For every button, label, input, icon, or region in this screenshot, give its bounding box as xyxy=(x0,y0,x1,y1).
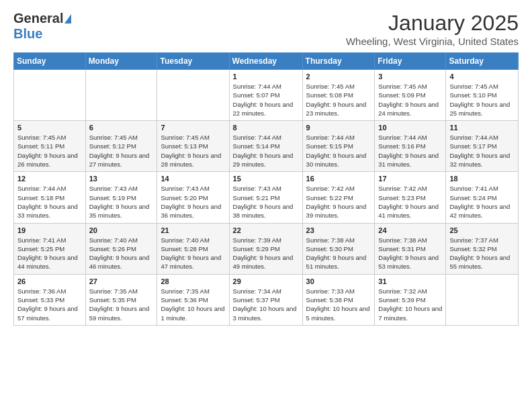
week-row-3: 19Sunrise: 7:41 AM Sunset: 5:25 PM Dayli… xyxy=(14,223,519,274)
day-info: Sunrise: 7:40 AM Sunset: 5:26 PM Dayligh… xyxy=(89,236,154,271)
day-number: 1 xyxy=(233,73,299,81)
day-info: Sunrise: 7:32 AM Sunset: 5:39 PM Dayligh… xyxy=(378,287,442,322)
page: General Blue January 2025 Wheeling, West… xyxy=(0,0,532,411)
day-info: Sunrise: 7:45 AM Sunset: 5:13 PM Dayligh… xyxy=(161,133,225,169)
day-number: 31 xyxy=(378,277,442,285)
week-row-4: 26Sunrise: 7:36 AM Sunset: 5:33 PM Dayli… xyxy=(14,274,519,325)
day-info: Sunrise: 7:40 AM Sunset: 5:28 PM Dayligh… xyxy=(161,236,225,271)
day-number: 15 xyxy=(233,175,299,183)
day-number: 23 xyxy=(306,226,371,234)
day-info: Sunrise: 7:44 AM Sunset: 5:16 PM Dayligh… xyxy=(378,133,442,169)
calendar: SundayMondayTuesdayWednesdayThursdayFrid… xyxy=(13,52,519,326)
calendar-cell: 18Sunrise: 7:41 AM Sunset: 5:24 PM Dayli… xyxy=(446,172,519,223)
calendar-cell: 2Sunrise: 7:45 AM Sunset: 5:08 PM Daylig… xyxy=(302,70,375,121)
day-info: Sunrise: 7:42 AM Sunset: 5:23 PM Dayligh… xyxy=(378,184,442,220)
calendar-cell xyxy=(157,70,229,121)
weekday-header-friday: Friday xyxy=(375,53,446,70)
calendar-cell: 31Sunrise: 7:32 AM Sunset: 5:39 PM Dayli… xyxy=(375,274,446,325)
day-number: 16 xyxy=(306,175,371,183)
calendar-cell: 1Sunrise: 7:44 AM Sunset: 5:07 PM Daylig… xyxy=(229,70,302,121)
weekday-header-row: SundayMondayTuesdayWednesdayThursdayFrid… xyxy=(14,53,519,70)
main-title: January 2025 xyxy=(346,11,519,36)
calendar-cell: 30Sunrise: 7:33 AM Sunset: 5:38 PM Dayli… xyxy=(302,274,375,325)
day-info: Sunrise: 7:41 AM Sunset: 5:25 PM Dayligh… xyxy=(17,236,82,271)
calendar-cell: 22Sunrise: 7:39 AM Sunset: 5:29 PM Dayli… xyxy=(229,223,302,274)
day-info: Sunrise: 7:44 AM Sunset: 5:07 PM Dayligh… xyxy=(233,82,299,118)
calendar-cell: 3Sunrise: 7:45 AM Sunset: 5:09 PM Daylig… xyxy=(375,70,446,121)
calendar-cell: 4Sunrise: 7:45 AM Sunset: 5:10 PM Daylig… xyxy=(446,70,519,121)
day-info: Sunrise: 7:45 AM Sunset: 5:11 PM Dayligh… xyxy=(17,133,82,169)
weekday-header-saturday: Saturday xyxy=(446,53,519,70)
calendar-cell xyxy=(85,70,157,121)
calendar-cell: 5Sunrise: 7:45 AM Sunset: 5:11 PM Daylig… xyxy=(14,121,86,172)
weekday-header-sunday: Sunday xyxy=(14,53,86,70)
day-info: Sunrise: 7:45 AM Sunset: 5:12 PM Dayligh… xyxy=(89,133,154,169)
day-info: Sunrise: 7:37 AM Sunset: 5:32 PM Dayligh… xyxy=(449,236,515,271)
day-info: Sunrise: 7:36 AM Sunset: 5:33 PM Dayligh… xyxy=(17,287,82,322)
week-row-2: 12Sunrise: 7:44 AM Sunset: 5:18 PM Dayli… xyxy=(14,172,519,223)
day-info: Sunrise: 7:38 AM Sunset: 5:30 PM Dayligh… xyxy=(306,236,371,271)
calendar-cell: 13Sunrise: 7:43 AM Sunset: 5:19 PM Dayli… xyxy=(85,172,157,223)
day-info: Sunrise: 7:33 AM Sunset: 5:38 PM Dayligh… xyxy=(306,287,371,322)
calendar-cell: 16Sunrise: 7:42 AM Sunset: 5:22 PM Dayli… xyxy=(302,172,375,223)
day-info: Sunrise: 7:45 AM Sunset: 5:10 PM Dayligh… xyxy=(449,82,515,118)
calendar-cell: 10Sunrise: 7:44 AM Sunset: 5:16 PM Dayli… xyxy=(375,121,446,172)
week-row-1: 5Sunrise: 7:45 AM Sunset: 5:11 PM Daylig… xyxy=(14,121,519,172)
day-number: 4 xyxy=(449,73,515,81)
calendar-cell: 9Sunrise: 7:44 AM Sunset: 5:15 PM Daylig… xyxy=(302,121,375,172)
calendar-cell: 25Sunrise: 7:37 AM Sunset: 5:32 PM Dayli… xyxy=(446,223,519,274)
day-number: 18 xyxy=(449,175,515,183)
day-number: 22 xyxy=(233,226,299,234)
day-number: 21 xyxy=(161,226,225,234)
day-info: Sunrise: 7:44 AM Sunset: 5:15 PM Dayligh… xyxy=(306,133,371,169)
calendar-cell: 23Sunrise: 7:38 AM Sunset: 5:30 PM Dayli… xyxy=(302,223,375,274)
day-info: Sunrise: 7:42 AM Sunset: 5:22 PM Dayligh… xyxy=(306,184,371,220)
header: General Blue January 2025 Wheeling, West… xyxy=(13,11,519,47)
day-info: Sunrise: 7:43 AM Sunset: 5:19 PM Dayligh… xyxy=(89,184,154,220)
day-info: Sunrise: 7:44 AM Sunset: 5:14 PM Dayligh… xyxy=(233,133,299,169)
day-info: Sunrise: 7:45 AM Sunset: 5:08 PM Dayligh… xyxy=(306,82,371,118)
day-info: Sunrise: 7:45 AM Sunset: 5:09 PM Dayligh… xyxy=(378,82,442,118)
calendar-cell: 24Sunrise: 7:38 AM Sunset: 5:31 PM Dayli… xyxy=(375,223,446,274)
weekday-header-monday: Monday xyxy=(85,53,157,70)
day-number: 24 xyxy=(378,226,442,234)
day-number: 20 xyxy=(89,226,154,234)
calendar-cell: 6Sunrise: 7:45 AM Sunset: 5:12 PM Daylig… xyxy=(85,121,157,172)
calendar-cell: 7Sunrise: 7:45 AM Sunset: 5:13 PM Daylig… xyxy=(157,121,229,172)
calendar-cell: 8Sunrise: 7:44 AM Sunset: 5:14 PM Daylig… xyxy=(229,121,302,172)
day-number: 9 xyxy=(306,124,371,132)
weekday-header-tuesday: Tuesday xyxy=(157,53,229,70)
weekday-header-thursday: Thursday xyxy=(302,53,375,70)
day-number: 30 xyxy=(306,277,371,285)
day-info: Sunrise: 7:35 AM Sunset: 5:35 PM Dayligh… xyxy=(89,287,154,322)
calendar-cell: 21Sunrise: 7:40 AM Sunset: 5:28 PM Dayli… xyxy=(157,223,229,274)
day-number: 13 xyxy=(89,175,154,183)
day-number: 25 xyxy=(449,226,515,234)
day-info: Sunrise: 7:43 AM Sunset: 5:21 PM Dayligh… xyxy=(233,184,299,220)
calendar-cell: 26Sunrise: 7:36 AM Sunset: 5:33 PM Dayli… xyxy=(14,274,86,325)
logo-blue: Blue xyxy=(13,26,42,42)
day-number: 6 xyxy=(89,124,154,132)
day-info: Sunrise: 7:41 AM Sunset: 5:24 PM Dayligh… xyxy=(449,184,515,220)
day-info: Sunrise: 7:44 AM Sunset: 5:18 PM Dayligh… xyxy=(17,184,82,220)
day-number: 19 xyxy=(17,226,82,234)
day-number: 2 xyxy=(306,73,371,81)
day-info: Sunrise: 7:43 AM Sunset: 5:20 PM Dayligh… xyxy=(161,184,225,220)
calendar-cell: 12Sunrise: 7:44 AM Sunset: 5:18 PM Dayli… xyxy=(14,172,86,223)
title-section: January 2025 Wheeling, West Virginia, Un… xyxy=(346,11,519,47)
logo-icon xyxy=(64,14,71,24)
day-info: Sunrise: 7:38 AM Sunset: 5:31 PM Dayligh… xyxy=(378,236,442,271)
logo: General Blue xyxy=(13,11,71,42)
calendar-cell: 28Sunrise: 7:35 AM Sunset: 5:36 PM Dayli… xyxy=(157,274,229,325)
calendar-cell xyxy=(14,70,86,121)
day-number: 17 xyxy=(378,175,442,183)
day-number: 5 xyxy=(17,124,82,132)
calendar-cell: 15Sunrise: 7:43 AM Sunset: 5:21 PM Dayli… xyxy=(229,172,302,223)
day-number: 3 xyxy=(378,73,442,81)
week-row-0: 1Sunrise: 7:44 AM Sunset: 5:07 PM Daylig… xyxy=(14,70,519,121)
day-number: 26 xyxy=(17,277,82,285)
day-number: 28 xyxy=(161,277,225,285)
day-number: 14 xyxy=(161,175,225,183)
logo-general: General xyxy=(13,11,63,26)
day-number: 11 xyxy=(449,124,515,132)
